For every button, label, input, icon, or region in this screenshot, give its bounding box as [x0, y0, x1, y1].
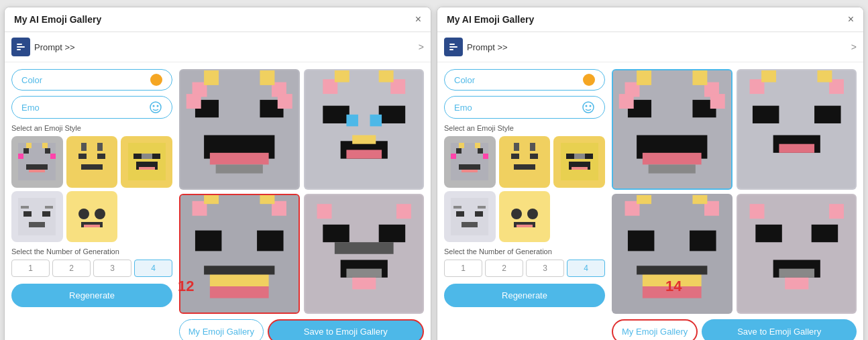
panel-1-prompt-row: Prompt >> >: [5, 32, 431, 62]
panel-2-emo-button[interactable]: Emo: [444, 96, 605, 119]
panel-2-color-button[interactable]: Color: [444, 69, 605, 91]
panel-2-emo-icon: [582, 101, 595, 114]
panel-2-gen-2[interactable]: 2: [485, 260, 523, 277]
svg-rect-49: [210, 153, 269, 165]
panel-1-emo-button[interactable]: Emo: [11, 96, 172, 119]
svg-rect-136: [761, 70, 776, 82]
svg-rect-13: [50, 154, 56, 159]
svg-rect-103: [530, 143, 535, 151]
panel-2-emo-label: Emo: [454, 103, 472, 113]
panel-2-emoji-grid: [444, 136, 605, 242]
svg-rect-92: [459, 164, 480, 170]
svg-rect-9: [45, 148, 50, 154]
panel-1-chevron-right[interactable]: >: [419, 42, 424, 52]
svg-rect-14: [26, 143, 32, 148]
panel-1-gallery-img-4[interactable]: [304, 194, 425, 315]
svg-rect-71: [210, 286, 269, 298]
panel-2-gen-4[interactable]: 4: [567, 260, 605, 277]
svg-rect-12: [18, 154, 23, 159]
panel-1-color-button[interactable]: Color: [11, 69, 172, 91]
svg-rect-32: [21, 206, 29, 209]
panel-1-prompt-text[interactable]: Prompt >>: [34, 42, 75, 52]
panel-1-close-button[interactable]: ×: [415, 14, 421, 25]
svg-rect-20: [81, 143, 87, 151]
emoji-thumb-1-1[interactable]: [11, 136, 63, 188]
panel-1-bottom-buttons: My Emoji Gallery Save to Emoji Gallery: [179, 319, 424, 340]
svg-rect-59: [370, 115, 382, 127]
svg-rect-8: [23, 148, 29, 154]
panel-1-regenerate-button[interactable]: Regenerate: [11, 284, 172, 307]
panel-1-emo-icon: [149, 101, 162, 114]
panel-1-style-label: Select an Emoji Style: [11, 124, 172, 132]
svg-rect-132: [649, 164, 696, 173]
svg-rect-84: [449, 46, 457, 48]
panel-2-prompt-row: Prompt >> >: [437, 32, 863, 62]
panel-1-my-gallery-button[interactable]: My Emoji Gallery: [179, 319, 264, 340]
panel-2-my-gallery-button[interactable]: My Emoji Gallery: [612, 319, 698, 340]
svg-rect-111: [456, 211, 464, 217]
panel-1-gen-row: 1 2 3 4: [11, 260, 172, 277]
panel-2-save-button[interactable]: Save to Emoji Gallery: [702, 319, 857, 340]
emoji-thumb-1-5[interactable]: [66, 191, 118, 243]
emoji-thumb-2-3[interactable]: [553, 136, 605, 188]
panel-2-title: My AI Emoji Gallery: [447, 14, 534, 25]
panel-2-gen-label: Select the Number of Generation: [444, 247, 605, 256]
panel-1-gen-2[interactable]: 2: [52, 260, 91, 277]
svg-rect-91: [478, 148, 483, 154]
svg-rect-153: [749, 204, 764, 219]
svg-point-4: [150, 102, 161, 113]
svg-rect-56: [323, 106, 349, 123]
panel-2-regenerate-button[interactable]: Regenerate: [444, 284, 605, 307]
panel-1-save-button[interactable]: Save to Emoji Gallery: [268, 319, 424, 340]
emoji-thumb-2-4[interactable]: [444, 191, 496, 243]
svg-rect-105: [566, 154, 574, 159]
svg-rect-46: [186, 94, 201, 109]
svg-rect-43: [260, 70, 274, 85]
panel-2-prompt-icon: [444, 38, 463, 56]
svg-rect-15: [42, 143, 48, 148]
svg-rect-19: [81, 164, 103, 170]
panel-1-gallery-img-2[interactable]: [304, 69, 425, 190]
panel-2-gen-1[interactable]: 1: [444, 260, 482, 277]
svg-rect-95: [483, 154, 488, 159]
svg-rect-67: [260, 195, 274, 204]
panel-2-color-label: Color: [454, 75, 475, 85]
panel-2-gallery-img-4[interactable]: [737, 194, 857, 315]
panel-1-gen-4[interactable]: 4: [134, 260, 172, 277]
panel-2-prompt-text[interactable]: Prompt >>: [467, 42, 508, 52]
svg-rect-154: [829, 204, 844, 219]
svg-rect-96: [459, 143, 464, 148]
emoji-thumb-2-2[interactable]: [499, 136, 551, 188]
panel-2-gallery-img-3[interactable]: [612, 194, 733, 315]
svg-rect-113: [462, 222, 478, 227]
panel-1-color-dot: [150, 74, 162, 86]
panel-1-left: Color Emo Select an Emoji Style: [11, 69, 172, 340]
svg-rect-24: [152, 154, 160, 159]
svg-rect-159: [785, 277, 808, 289]
svg-rect-85: [449, 49, 453, 50]
emoji-thumb-2-5[interactable]: [499, 191, 551, 243]
panels-container: My AI Emoji Gallery × Prompt >> > Color: [4, 7, 864, 340]
panel-1-gen-3[interactable]: 3: [93, 260, 131, 277]
panel-1-gallery-img-3[interactable]: [179, 194, 300, 315]
panel-1-gen-1[interactable]: 1: [11, 260, 50, 277]
svg-rect-74: [317, 204, 331, 219]
svg-rect-83: [449, 44, 455, 45]
emoji-thumb-2-1[interactable]: [444, 136, 496, 188]
panel-2-gallery-img-2[interactable]: [737, 69, 857, 190]
svg-rect-31: [29, 222, 45, 227]
svg-point-86: [583, 102, 594, 113]
svg-point-87: [586, 105, 588, 107]
emoji-thumb-1-4[interactable]: [11, 191, 63, 243]
svg-rect-29: [23, 211, 32, 217]
panel-2-close-button[interactable]: ×: [848, 14, 854, 25]
emoji-thumb-1-3[interactable]: [121, 136, 172, 188]
svg-rect-57: [378, 106, 404, 123]
svg-rect-58: [346, 115, 358, 127]
panel-2-gallery-img-1[interactable]: [612, 69, 733, 190]
emoji-thumb-1-2[interactable]: [66, 136, 118, 188]
svg-rect-3: [17, 49, 21, 50]
panel-2-gen-3[interactable]: 3: [526, 260, 564, 277]
panel-1-gallery-img-1[interactable]: [179, 69, 300, 190]
panel-2-chevron-right[interactable]: >: [851, 42, 857, 52]
